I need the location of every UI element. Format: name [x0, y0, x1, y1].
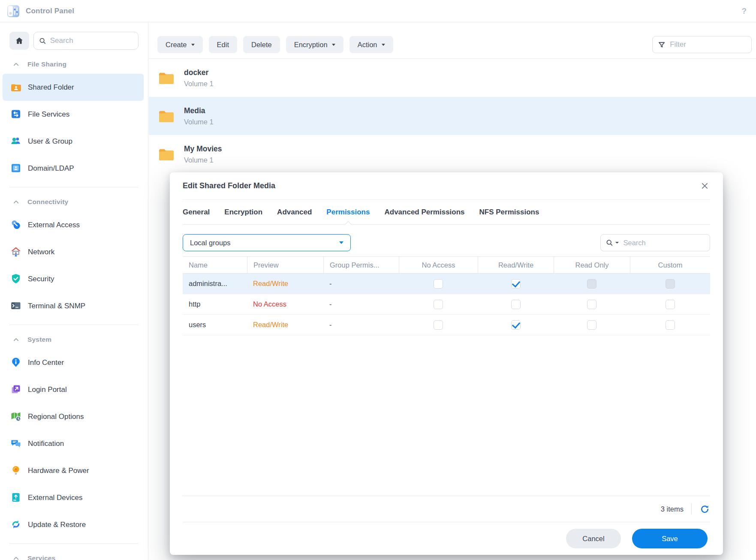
sidebar-item-label: File Services — [28, 110, 69, 119]
create-button[interactable]: Create — [157, 36, 203, 53]
sidebar-item-network[interactable]: Network — [3, 238, 144, 265]
column-header-label: Name — [189, 261, 208, 269]
tab-label: Advanced Permissions — [384, 208, 464, 217]
sidebar-item-label: Update & Restore — [28, 521, 86, 529]
sidebar-item-label: Terminal & SNMP — [28, 302, 85, 310]
sidebar-search-input[interactable] — [50, 36, 133, 45]
security-icon — [10, 273, 21, 284]
permission-row-users[interactable]: users Read/Write - — [183, 315, 710, 335]
hardware-power-icon — [10, 465, 21, 476]
tab-general[interactable]: General — [183, 200, 210, 224]
sidebar-item-notification[interactable]: Notification — [3, 430, 144, 457]
permission-row-administra[interactable]: administra... Read/Write - — [183, 274, 710, 294]
sidebar-section-header-system[interactable]: System — [0, 330, 148, 349]
dialog-search-input[interactable] — [623, 239, 705, 247]
read-write-checkbox[interactable] — [511, 320, 521, 330]
column-header-no-access[interactable]: No Access — [399, 257, 478, 273]
custom-checkbox[interactable] — [666, 300, 675, 309]
sidebar-item-regional-options[interactable]: Regional Options — [3, 403, 144, 430]
save-button[interactable]: Save — [632, 529, 708, 548]
sidebar-item-external-devices[interactable]: External Devices — [3, 484, 144, 511]
tab-advanced-permissions[interactable]: Advanced Permissions — [384, 200, 464, 224]
search-options-caret-icon[interactable] — [615, 242, 619, 244]
caret-down-icon — [332, 44, 335, 46]
sidebar-section: File Sharing Shared Folder File Services… — [0, 55, 148, 182]
group-type-select[interactable]: Local groups — [183, 234, 351, 251]
edit-button[interactable]: Edit — [209, 36, 237, 53]
no-access-checkbox[interactable] — [434, 320, 443, 330]
refresh-icon — [700, 505, 709, 514]
read-write-checkbox[interactable] — [511, 300, 521, 309]
folder-name: My Movies — [184, 144, 222, 154]
close-button[interactable] — [699, 181, 710, 191]
sidebar-item-label: Login Portal — [28, 385, 67, 394]
custom-checkbox[interactable] — [666, 320, 675, 330]
column-header-group-permis[interactable]: Group Permis... — [323, 257, 399, 273]
cancel-button[interactable]: Cancel — [566, 529, 621, 548]
sidebar-item-shared-folder[interactable]: Shared Folder — [3, 74, 144, 101]
no-access-checkbox[interactable] — [434, 279, 443, 289]
action-button[interactable]: Action — [349, 36, 393, 53]
shared-folder-row-my-movies[interactable]: My Movies Volume 1 — [149, 135, 756, 173]
folder-name: docker — [184, 67, 214, 78]
read-only-checkbox[interactable] — [587, 320, 596, 330]
delete-button[interactable]: Delete — [243, 36, 280, 53]
column-header-read-write[interactable]: Read/Write — [478, 257, 554, 273]
sidebar-item-file-services[interactable]: File Services — [3, 101, 144, 128]
sidebar-search — [33, 32, 139, 50]
help-button[interactable]: ? — [739, 6, 749, 16]
shared-folder-row-media[interactable]: Media Volume 1 — [149, 97, 756, 135]
column-header-label: Read Only — [575, 261, 609, 269]
column-header-name[interactable]: Name — [183, 257, 247, 273]
sidebar-item-user-group[interactable]: User & Group — [3, 128, 144, 155]
login-portal-icon — [10, 384, 21, 395]
row-preview: Read/Write — [247, 315, 323, 335]
sidebar-item-external-access[interactable]: External Access — [3, 211, 144, 238]
row-name: administra... — [183, 274, 247, 294]
sidebar-item-security[interactable]: Security — [3, 265, 144, 292]
regional-options-icon — [10, 411, 21, 422]
no-access-checkbox[interactable] — [434, 300, 443, 309]
sidebar-section-header-connectivity[interactable]: Connectivity — [0, 193, 148, 211]
toolbar-button-label: Edit — [217, 41, 229, 49]
chevron-up-icon — [13, 61, 20, 68]
tab-advanced[interactable]: Advanced — [277, 200, 312, 224]
sidebar-item-domain-ldap[interactable]: Domain/LDAP — [3, 155, 144, 182]
filter-input[interactable] — [670, 40, 746, 49]
encryption-button[interactable]: Encryption — [286, 36, 343, 53]
sidebar-section-header-services[interactable]: Services — [0, 549, 148, 560]
home-button[interactable] — [9, 32, 29, 50]
close-icon — [701, 182, 708, 190]
tab-nfs-permissions[interactable]: NFS Permissions — [479, 200, 539, 224]
sidebar-section-header-file-sharing[interactable]: File Sharing — [0, 55, 148, 74]
chevron-up-icon — [13, 199, 20, 205]
sidebar-item-info-center[interactable]: Info Center — [3, 349, 144, 376]
items-count: 3 items — [661, 505, 684, 513]
titlebar: Control Panel ? — [0, 0, 756, 22]
shared-folder-row-docker[interactable]: docker Volume 1 — [149, 59, 756, 97]
permission-row-http[interactable]: http No Access - — [183, 294, 710, 315]
tab-permissions[interactable]: Permissions — [326, 200, 370, 224]
column-header-label: Read/Write — [498, 261, 533, 269]
column-header-preview[interactable]: Preview — [247, 257, 323, 273]
sidebar-section-label: System — [27, 336, 51, 343]
column-header-label: No Access — [422, 261, 455, 269]
permissions-table: Name Preview Group Permis... No Access R… — [183, 256, 710, 335]
refresh-button[interactable] — [699, 504, 710, 515]
column-header-read-only[interactable]: Read Only — [554, 257, 630, 273]
sidebar-item-terminal-snmp[interactable]: Terminal & SNMP — [3, 292, 144, 319]
footer-separator — [691, 503, 692, 515]
sidebar-item-update-restore[interactable]: Update & Restore — [3, 511, 144, 538]
read-only-checkbox[interactable] — [587, 300, 596, 309]
control-panel-app-icon — [7, 5, 20, 18]
read-write-checkbox[interactable] — [511, 279, 521, 289]
sidebar-section: System Info Center Login Portal Regional… — [0, 330, 148, 538]
column-header-custom[interactable]: Custom — [630, 257, 710, 273]
sidebar-item-login-portal[interactable]: Login Portal — [3, 376, 144, 403]
filter-box — [652, 36, 752, 53]
search-icon — [39, 37, 46, 45]
sidebar-item-hardware-power[interactable]: Hardware & Power — [3, 457, 144, 484]
tab-encryption[interactable]: Encryption — [224, 200, 262, 224]
info-center-icon — [10, 357, 21, 368]
search-icon — [606, 238, 613, 247]
